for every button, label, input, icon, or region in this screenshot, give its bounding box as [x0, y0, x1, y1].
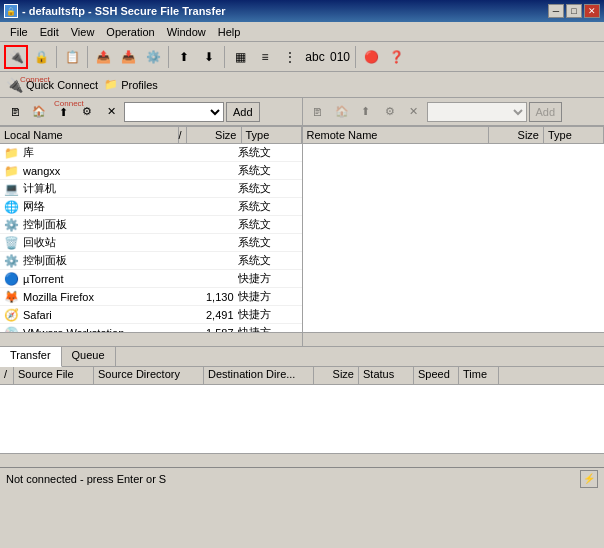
right-panel-header: Remote Name Size Type [303, 127, 605, 144]
transfer-col-size: Size [314, 367, 359, 384]
transfer-section: Transfer Queue / Source File Source Dire… [0, 347, 604, 467]
right-nav-icon[interactable]: 🖹 [307, 101, 329, 123]
file-icon: 🗑️ [4, 236, 19, 250]
app-icon: 🔒 [4, 4, 18, 18]
menu-edit[interactable]: Edit [34, 24, 65, 40]
status-icon: ⚡ [580, 470, 598, 488]
title-bar-text: - defaultsftp - SSH Secure File Transfer [22, 5, 226, 17]
download-button[interactable]: 📥 [116, 45, 140, 69]
list-item[interactable]: 📁 库 系统文 [0, 144, 302, 162]
left-horizontal-scrollbar[interactable] [0, 332, 302, 346]
close-button[interactable]: ✕ [584, 4, 600, 18]
left-nav-icon[interactable]: 🖹 [4, 101, 26, 123]
right-path-combo[interactable] [427, 102, 527, 122]
quick-connect-bar: 🔌 Connect Quick Connect 📁 Profiles [0, 72, 604, 98]
menu-window[interactable]: Window [161, 24, 212, 40]
right-nav-bar: 🖹 🏠 ⬆ ⚙ ✕ Add [303, 98, 605, 126]
right-panel: Remote Name Size Type [303, 127, 605, 346]
file-icon: 🔵 [4, 272, 19, 286]
file-size: 2,491 [183, 309, 238, 321]
transfer-col-source: Source File [14, 367, 94, 384]
left-stop-btn[interactable]: ✕ [100, 101, 122, 123]
main-toolbar: 🔌 🔒 📋 📤 📥 ⚙️ ⬆ ⬇ ▦ ≡ ⋮ abc 010 🔴 ❓ [0, 42, 604, 72]
file-name: Safari [23, 309, 183, 321]
menu-file[interactable]: File [4, 24, 34, 40]
list-item[interactable]: 💻 计算机 系统文 [0, 180, 302, 198]
profiles-item[interactable]: 📁 Profiles [104, 78, 158, 91]
file-icon: ⚙️ [4, 254, 19, 268]
connect-label: Connect [20, 75, 50, 84]
transfer-tabs: Transfer Queue [0, 347, 604, 367]
file-type: 快捷方 [238, 289, 298, 304]
upload-button[interactable]: 📤 [91, 45, 115, 69]
file-type: 系统文 [238, 199, 298, 214]
panel-btn-2[interactable]: ≡ [253, 45, 277, 69]
list-item[interactable]: ⚙️ 控制面板 系统文 [0, 252, 302, 270]
right-file-list [303, 144, 605, 332]
file-name: 计算机 [23, 181, 183, 196]
refresh-button[interactable]: ⚙️ [141, 45, 165, 69]
transfer-horizontal-scrollbar[interactable] [0, 453, 604, 467]
file-type: 系统文 [238, 253, 298, 268]
left-add-button[interactable]: Add [226, 102, 260, 122]
menu-help[interactable]: Help [212, 24, 247, 40]
panel-btn-5[interactable]: 010 [328, 45, 352, 69]
file-type: 快捷方 [238, 325, 298, 332]
transfer-down[interactable]: ⬇ [197, 45, 221, 69]
panel-btn-4[interactable]: abc [303, 45, 327, 69]
list-item[interactable]: 🗑️ 回收站 系统文 [0, 234, 302, 252]
panel-btn-3[interactable]: ⋮ [278, 45, 302, 69]
file-name: wangxx [23, 165, 183, 177]
right-up-btn[interactable]: ⬆ [355, 101, 377, 123]
left-path-combo[interactable] [124, 102, 224, 122]
file-name: 库 [23, 145, 183, 160]
minimize-button[interactable]: ─ [548, 4, 564, 18]
copy-button[interactable]: 📋 [60, 45, 84, 69]
tab-transfer[interactable]: Transfer [0, 347, 62, 367]
transfer-col-srcdir: Source Directory [94, 367, 204, 384]
menu-view[interactable]: View [65, 24, 101, 40]
file-icon: ⚙️ [4, 218, 19, 232]
file-name: µTorrent [23, 273, 183, 285]
transfer-col-dstdir: Destination Dire... [204, 367, 314, 384]
status-bar: Not connected - press Enter or S ⚡ [0, 467, 604, 489]
right-col-name: Remote Name [303, 127, 490, 143]
connect-button[interactable]: 🔌 [4, 45, 28, 69]
menu-operation[interactable]: Operation [100, 24, 160, 40]
right-col-type: Type [544, 127, 604, 143]
quick-connect-item[interactable]: 🔌 Connect Quick Connect [6, 77, 98, 93]
status-text: Not connected - press Enter or S [6, 473, 576, 485]
toolbar-separator-5 [355, 46, 356, 68]
transfer-up[interactable]: ⬆ [172, 45, 196, 69]
transfer-table: / Source File Source Directory Destinati… [0, 367, 604, 453]
file-type: 系统文 [238, 235, 298, 250]
list-item[interactable]: 🔵 µTorrent 快捷方 [0, 270, 302, 288]
list-item[interactable]: 🧭 Safari 2,491 快捷方 [0, 306, 302, 324]
list-item[interactable]: 🦊 Mozilla Firefox 1,130 快捷方 [0, 288, 302, 306]
right-stop-btn[interactable]: ✕ [403, 101, 425, 123]
transfer-rows [0, 385, 604, 437]
file-icon: 🌐 [4, 200, 19, 214]
right-home-btn[interactable]: 🏠 [331, 101, 353, 123]
maximize-button[interactable]: □ [566, 4, 582, 18]
panel-btn-1[interactable]: ▦ [228, 45, 252, 69]
settings-button[interactable]: 🔴 [359, 45, 383, 69]
list-item[interactable]: ⚙️ 控制面板 系统文 [0, 216, 302, 234]
left-home-btn[interactable]: 🏠 [28, 101, 50, 123]
list-item[interactable]: 📁 wangxx 系统文 [0, 162, 302, 180]
tab-queue[interactable]: Queue [62, 347, 116, 366]
right-horizontal-scrollbar[interactable] [303, 332, 605, 346]
title-bar: 🔒 - defaultsftp - SSH Secure File Transf… [0, 0, 604, 22]
list-item[interactable]: 🌐 网络 系统文 [0, 198, 302, 216]
list-item[interactable]: 💿 VMware Workstation 1,587 快捷方 [0, 324, 302, 332]
left-col-type: Type [242, 127, 302, 143]
file-icon: 📁 [4, 164, 19, 178]
file-name: 控制面板 [23, 253, 183, 268]
left-col-slash: / [179, 127, 187, 143]
right-settings-btn[interactable]: ⚙ [379, 101, 401, 123]
left-nav-bar: 🖹 🏠 Connect ⬆ ⚙ ✕ Add [0, 98, 303, 126]
help-button[interactable]: ❓ [384, 45, 408, 69]
disconnect-button[interactable]: 🔒 [29, 45, 53, 69]
file-name: 网络 [23, 199, 183, 214]
right-add-button[interactable]: Add [529, 102, 563, 122]
